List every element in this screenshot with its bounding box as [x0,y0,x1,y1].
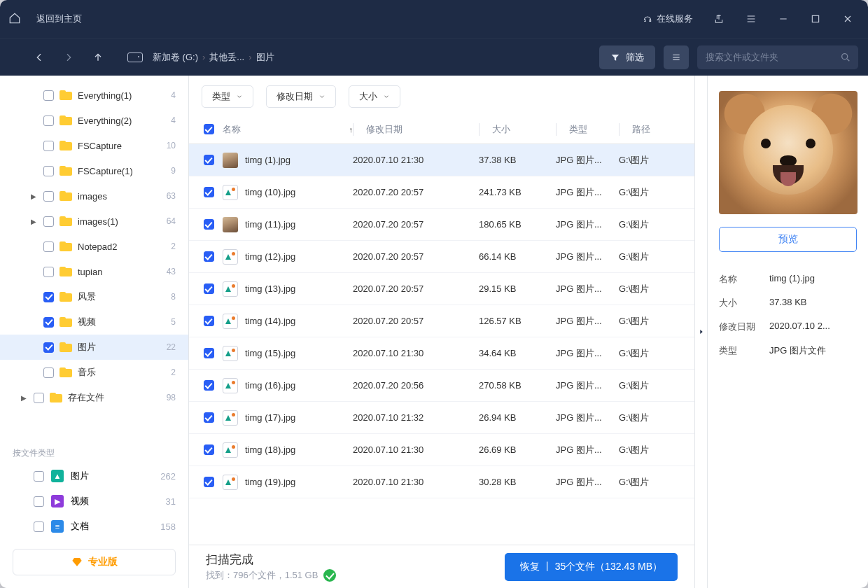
tree-checkbox[interactable] [43,141,54,151]
tree-checkbox[interactable] [43,342,54,353]
row-checkbox[interactable] [204,412,214,423]
row-checkbox[interactable] [204,284,214,294]
tree-checkbox[interactable] [43,368,54,378]
toolbar: 新加卷 (G:)› 其他丢...› 图片 筛选 [0,38,868,76]
expand-icon[interactable]: ▶ [31,192,41,200]
tree-checkbox[interactable] [43,115,54,126]
recover-button[interactable]: 恢复丨35个文件（132.43 MB） [505,553,678,581]
breadcrumb-item[interactable]: 图片 [256,51,274,64]
tree-item-label: 视频 [78,316,165,328]
tree-checkbox[interactable] [43,216,54,227]
expand-icon[interactable]: ▶ [31,218,41,225]
sidebar-item[interactable]: Everything(2)4 [0,108,188,133]
minimize-button[interactable] [771,0,795,38]
table-row[interactable]: timg (16).jpg2020.07.20 20:56270.58 KBJP… [189,370,694,402]
type-filter-doc[interactable]: ≡文档158 [0,514,188,539]
menu-icon[interactable] [739,0,763,38]
sidebar-item[interactable]: 视频5 [0,309,188,335]
tree-checkbox[interactable] [43,90,54,101]
row-checkbox[interactable] [204,348,214,358]
sidebar-item[interactable]: ▶images63 [0,183,188,209]
sidebar-item[interactable]: 风景8 [0,284,188,309]
folder-icon [59,166,72,176]
table-row[interactable]: timg (1).jpg2020.07.10 21:3037.38 KBJPG … [189,144,694,176]
table-row[interactable]: timg (17).jpg2020.07.10 21:3226.94 KBJPG… [189,402,694,434]
row-checkbox[interactable] [204,187,214,197]
tree-checkbox[interactable] [34,393,44,403]
sidebar-item[interactable]: tupian43 [0,259,188,284]
table-row[interactable]: timg (10).jpg2020.07.20 20:57241.73 KBJP… [189,176,694,209]
row-checkbox[interactable] [204,444,214,455]
row-checkbox[interactable] [204,219,214,230]
tree-checkbox[interactable] [43,317,54,328]
row-checkbox[interactable] [204,380,214,391]
sidebar-item[interactable]: FSCapture(1)9 [0,158,188,183]
breadcrumb-item[interactable]: 其他丢... [209,51,244,64]
table-row[interactable]: timg (11).jpg2020.07.20 20:57180.65 KBJP… [189,209,694,241]
row-checkbox[interactable] [204,155,214,165]
file-thumbnail [223,217,238,232]
tree-checkbox[interactable] [43,267,54,277]
column-type[interactable]: 类型 [556,123,619,136]
sidebar-item[interactable]: ▶存在文件98 [0,385,188,410]
tree-checkbox[interactable] [43,191,54,202]
table-row[interactable]: timg (12).jpg2020.07.20 20:5766.14 KBJPG… [189,241,694,273]
table-row[interactable]: timg (14).jpg2020.07.20 20:57126.57 KBJP… [189,305,694,337]
tree-checkbox[interactable] [43,166,54,176]
column-size[interactable]: 大小 [479,123,556,136]
table-row[interactable]: timg (19).jpg2020.07.10 21:3030.28 KBJPG… [189,466,694,498]
share-icon[interactable] [707,0,731,38]
chip-type[interactable]: 类型 [202,85,253,108]
maximize-button[interactable] [804,0,827,38]
tree-item-count: 22 [167,342,176,352]
sidebar-item[interactable]: Everything(1)4 [0,83,188,108]
type-checkbox[interactable] [34,471,44,482]
table-row[interactable]: timg (18).jpg2020.07.10 21:3026.69 KBJPG… [189,434,694,466]
nav-up-button[interactable] [88,48,108,67]
row-checkbox[interactable] [204,251,214,262]
breadcrumb-item[interactable]: 新加卷 (G:) [153,51,198,64]
type-filter-vid[interactable]: ▶视频31 [0,489,188,514]
filter-button[interactable]: 筛选 [599,46,655,69]
search-input[interactable] [704,51,834,63]
back-to-home-button[interactable]: 返回到主页 [29,8,89,29]
close-button[interactable] [836,0,860,38]
row-checkbox[interactable] [204,316,214,326]
chip-date[interactable]: 修改日期 [266,85,336,108]
file-date: 2020.07.10 21:30 [353,444,479,455]
sidebar-item[interactable]: 音乐2 [0,360,188,385]
tree-checkbox[interactable] [43,241,54,252]
sidebar-item[interactable]: 图片22 [0,335,188,360]
column-name[interactable]: 名称↑ [223,123,353,136]
sidebar-item[interactable]: FSCapture10 [0,133,188,158]
nav-back-button[interactable] [29,48,49,67]
tree-checkbox[interactable] [43,292,54,302]
home-icon [8,12,21,27]
file-type: JPG 图片... [556,444,619,456]
sidebar-item[interactable]: ▶images(1)64 [0,209,188,234]
type-filter-img[interactable]: ▲图片262 [0,463,188,489]
pro-version-button[interactable]: 专业版 [13,549,176,575]
search-box[interactable] [697,46,858,69]
type-checkbox[interactable] [34,522,44,532]
file-path: G:\图片 [619,251,689,263]
preview-collapse-handle[interactable] [694,76,707,588]
footer: 扫描完成 找到：796个文件，1.51 GB 恢复丨35个文件（132.43 M… [189,545,694,588]
view-list-button[interactable] [664,46,689,69]
preview-button[interactable]: 预览 [719,227,857,252]
chip-size[interactable]: 大小 [349,85,400,108]
table-row[interactable]: timg (15).jpg2020.07.10 21:3034.64 KBJPG… [189,337,694,370]
file-table[interactable]: 名称↑ 修改日期 大小 类型 路径 timg (1).jpg2020.07.10… [189,115,694,545]
column-path[interactable]: 路径 [619,123,689,136]
online-service-label: 在线服务 [657,13,693,25]
online-service-button[interactable]: 在线服务 [637,13,699,25]
table-row[interactable]: timg (13).jpg2020.07.20 20:5729.15 KBJPG… [189,273,694,305]
type-checkbox[interactable] [34,496,44,507]
row-checkbox[interactable] [204,477,214,487]
select-all-checkbox[interactable] [204,124,214,134]
column-date[interactable]: 修改日期 [353,123,479,136]
file-name: timg (13).jpg [245,284,295,294]
sidebar-item[interactable]: Notepad22 [0,234,188,259]
expand-icon[interactable]: ▶ [21,394,31,402]
nav-forward-button[interactable] [59,48,78,67]
